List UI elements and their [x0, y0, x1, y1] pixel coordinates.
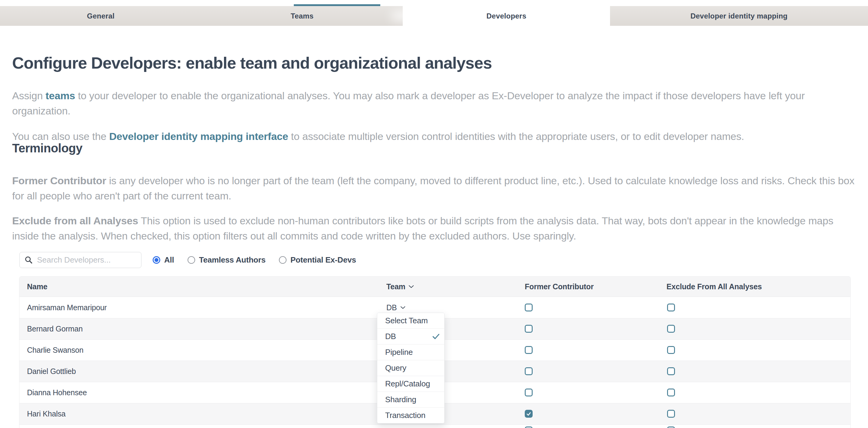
former-contributor-definition: Former Contributor is any developer who …: [12, 173, 857, 203]
column-header-former-contributor: Former Contributor: [525, 277, 594, 297]
column-header-team[interactable]: Team: [386, 277, 414, 297]
terminology-heading: Terminology: [12, 142, 83, 155]
column-header-name: Name: [27, 277, 48, 297]
team-option-label: DB: [385, 332, 396, 341]
filter-potential-ex-devs-label: Potential Ex-Devs: [290, 255, 356, 265]
developer-name: Amirsaman Memaripour: [27, 297, 107, 318]
exclude-term: Exclude from all Analyses: [12, 215, 138, 226]
former-contributor-checkbox[interactable]: [525, 325, 533, 333]
team-option-label: Select Team: [385, 316, 428, 326]
chevron-down-icon: [400, 306, 405, 309]
selected-check-icon: [432, 334, 439, 339]
exclude-checkbox[interactable]: [667, 325, 675, 333]
developer-name: Charlie Swanson: [27, 339, 84, 361]
check-icon: [526, 411, 531, 417]
intro-paragraph: Assign teams to your developer to enable…: [12, 88, 857, 118]
table-header: Name Team Former Contributor Exclude Fro…: [20, 277, 850, 297]
exclude-checkbox[interactable]: [667, 304, 675, 311]
radio-teamless-authors[interactable]: [188, 256, 195, 264]
column-header-exclude: Exclude From All Analyses: [666, 277, 762, 297]
intro-text-pre: Assign: [12, 90, 45, 101]
tab-developer-identity-mapping[interactable]: Developer identity mapping: [610, 6, 868, 26]
mapping-text-pre: You can also use the: [12, 130, 109, 142]
team-option-select-team[interactable]: Select Team: [377, 313, 444, 329]
table-row-partial: [20, 424, 850, 428]
developer-name: Hari Khalsa: [27, 403, 66, 424]
exclude-definition: Exclude from all Analyses This option is…: [12, 213, 857, 243]
developer-filter-group: All Teamless Authors Potential Ex-Devs: [153, 252, 356, 268]
radio-potential-ex-devs[interactable]: [279, 256, 286, 264]
teams-link[interactable]: teams: [45, 90, 75, 101]
team-option-label: Sharding: [385, 395, 416, 404]
team-dropdown-menu: Select Team DB Pipeline Query Repl/Catal…: [377, 313, 445, 423]
team-option-query[interactable]: Query: [377, 360, 444, 376]
tab-general[interactable]: General: [0, 6, 202, 26]
column-header-team-label: Team: [386, 282, 405, 291]
search-developers-box: [20, 252, 142, 268]
exclude-checkbox[interactable]: [667, 346, 675, 354]
team-option-label: Transaction: [385, 411, 426, 420]
team-option-transaction[interactable]: Transaction: [377, 407, 444, 423]
tab-developer-identity-mapping-label: Developer identity mapping: [690, 12, 787, 20]
developer-name: Dianna Hohensee: [27, 382, 87, 403]
exclude-checkbox[interactable]: [667, 367, 675, 375]
exclude-checkbox[interactable]: [667, 410, 675, 418]
settings-tab-bar: General Teams Developers Developer ident…: [0, 6, 868, 26]
team-option-sharding[interactable]: Sharding: [377, 392, 444, 407]
chevron-down-icon: [408, 285, 414, 288]
team-option-label: Pipeline: [385, 347, 413, 357]
filter-teamless-authors[interactable]: Teamless Authors: [188, 255, 266, 265]
former-contributor-checkbox[interactable]: [525, 346, 533, 354]
intro-text-post: to your developer to enable the organiza…: [12, 90, 805, 117]
exclude-checkbox[interactable]: [667, 426, 675, 428]
tab-developers-label: Developers: [487, 12, 526, 20]
former-contributor-checkbox[interactable]: [525, 367, 533, 375]
team-option-label: Query: [385, 363, 406, 373]
identity-mapping-link[interactable]: Developer identity mapping interface: [109, 130, 288, 142]
former-contributor-checkbox[interactable]: [525, 304, 533, 311]
team-option-repl-catalog[interactable]: Repl/Catalog: [377, 376, 444, 392]
filter-all-label: All: [164, 255, 174, 265]
search-icon: [25, 256, 33, 264]
exclude-checkbox[interactable]: [667, 389, 675, 396]
former-contributor-checkbox[interactable]: [525, 389, 533, 396]
mapping-note-paragraph: You can also use the Developer identity …: [12, 129, 857, 144]
former-contributor-checkbox[interactable]: [525, 426, 533, 428]
search-input[interactable]: [36, 255, 138, 265]
tab-teams-label: Teams: [291, 12, 313, 20]
filter-all[interactable]: All: [153, 255, 174, 265]
tab-developers[interactable]: Developers: [403, 6, 610, 26]
developer-name: Bernard Gorman: [27, 318, 83, 339]
former-contributor-term: Former Contributor: [12, 175, 106, 186]
tab-general-label: General: [87, 12, 115, 20]
radio-all[interactable]: [153, 256, 160, 264]
filter-teamless-authors-label: Teamless Authors: [199, 255, 266, 265]
page-title: Configure Developers: enable team and or…: [12, 54, 492, 72]
former-contributor-checkbox[interactable]: [525, 410, 533, 418]
developer-name: Daniel Gottlieb: [27, 361, 76, 382]
tab-teams[interactable]: Teams: [202, 6, 403, 26]
mapping-text-post: to associate multiple version control id…: [288, 130, 744, 142]
filter-potential-ex-devs[interactable]: Potential Ex-Devs: [279, 255, 356, 265]
team-option-label: Repl/Catalog: [385, 379, 430, 389]
team-value: DB: [386, 303, 397, 312]
former-contributor-text: is any developer who is no longer part o…: [12, 175, 854, 202]
team-option-pipeline[interactable]: Pipeline: [377, 344, 444, 360]
team-option-db[interactable]: DB: [377, 329, 444, 344]
